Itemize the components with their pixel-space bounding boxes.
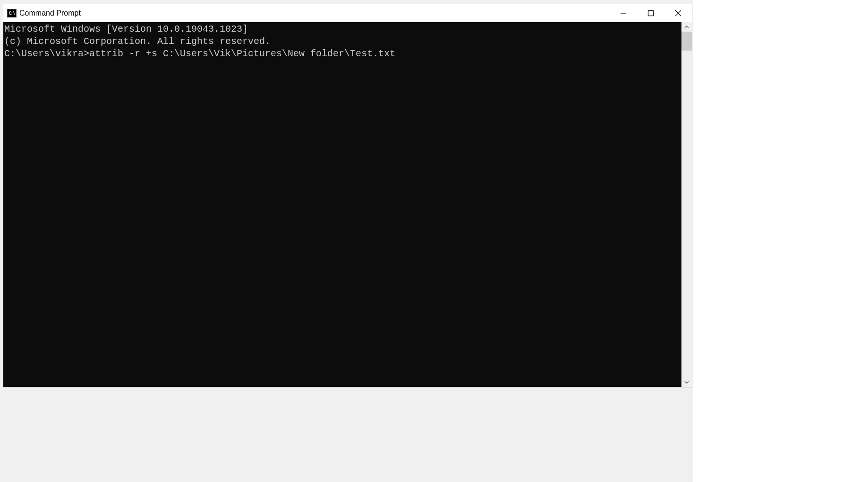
scroll-thumb[interactable]: [681, 32, 692, 51]
terminal-line-copyright: (c) Microsoft Corporation. All rights re…: [4, 35, 681, 48]
titlebar-left: C:\ Command Prompt: [7, 9, 81, 17]
terminal-prompt-line: C:\Users\vikra>attrib -r +s C:\Users\Vik…: [4, 48, 681, 60]
titlebar-controls: [610, 4, 692, 22]
svg-rect-1: [648, 11, 654, 16]
scroll-up-button[interactable]: [681, 22, 692, 32]
maximize-icon: [647, 10, 654, 17]
command-prompt-window: C:\ Command Prompt Microsoft Windows [Ve…: [3, 4, 692, 387]
vertical-scrollbar[interactable]: [681, 22, 692, 387]
cmd-icon-text: C:\: [9, 11, 15, 16]
terminal-command: attrib -r +s C:\Users\Vik\Pictures\New f…: [89, 48, 395, 59]
terminal-line-version: Microsoft Windows [Version 10.0.19043.10…: [4, 23, 681, 35]
terminal-wrapper: Microsoft Windows [Version 10.0.19043.10…: [3, 22, 692, 387]
titlebar[interactable]: C:\ Command Prompt: [3, 4, 692, 22]
window-title: Command Prompt: [19, 9, 81, 17]
close-button[interactable]: [664, 4, 692, 22]
terminal-output[interactable]: Microsoft Windows [Version 10.0.19043.10…: [3, 22, 681, 387]
terminal-prompt: C:\Users\vikra>: [4, 48, 89, 59]
desktop-background-sliver: [693, 0, 868, 482]
minimize-button[interactable]: [610, 4, 637, 22]
close-icon: [675, 10, 681, 17]
cmd-icon: C:\: [7, 9, 17, 17]
minimize-icon: [620, 10, 627, 17]
chevron-up-icon: [684, 25, 689, 29]
maximize-button[interactable]: [637, 4, 664, 22]
scroll-down-button[interactable]: [681, 378, 692, 387]
chevron-down-icon: [684, 380, 689, 385]
scroll-track[interactable]: [681, 32, 692, 378]
